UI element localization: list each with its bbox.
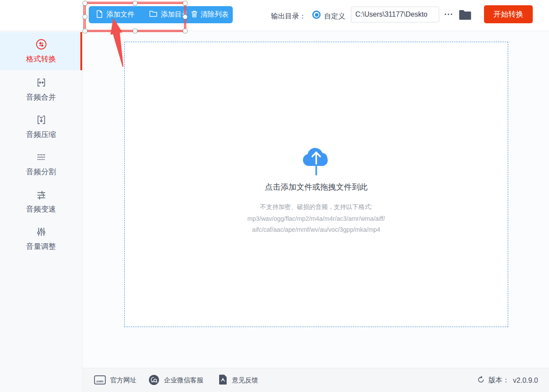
official-website-link[interactable]: .com 官方网址 xyxy=(94,368,137,392)
wechat-support-link[interactable]: 企业微信客服 xyxy=(148,368,203,392)
volume-adjust-icon xyxy=(36,226,47,237)
custom-radio[interactable] xyxy=(312,11,321,19)
output-dir-label: 输出目录： xyxy=(271,12,306,21)
feedback-link[interactable]: 意见反馈 xyxy=(218,368,258,392)
folder-outline-icon xyxy=(149,11,157,19)
sidebar-item-label: 音频变速 xyxy=(26,204,56,214)
wechat-service-icon xyxy=(148,374,159,387)
sidebar-item-label: 格式转换 xyxy=(26,54,56,64)
dropzone-formats-line1: mp3/wav/ogg/flac/mp2/m4a/m4r/ac3/amr/wma… xyxy=(247,215,385,222)
clear-list-button[interactable]: 清除列表 xyxy=(187,6,233,23)
main-panel: 点击添加文件或拖拽文件到此 不支持加密、破损的音频，支持以下格式: mp3/wa… xyxy=(83,31,549,368)
folder-filled-icon xyxy=(459,15,472,22)
version-info: 版本：v2.0.9.0 xyxy=(477,368,538,392)
feedback-icon xyxy=(218,374,228,387)
add-file-label: 添加文件 xyxy=(106,10,134,19)
website-icon: .com xyxy=(94,375,106,386)
sidebar: 格式转换 音频合并 音频压缩 xyxy=(0,31,83,392)
app-window: 添加文件 添加目录 清除列表 输出目录： 自定义 ··· 开始转换 xyxy=(0,0,549,392)
file-dropzone[interactable]: 点击添加文件或拖拽文件到此 不支持加密、破损的音频，支持以下格式: mp3/wa… xyxy=(124,42,508,327)
trash-icon xyxy=(191,11,198,19)
start-convert-button[interactable]: 开始转换 xyxy=(484,5,533,23)
sidebar-item-audio-split[interactable]: 音频分割 xyxy=(0,145,82,183)
active-indicator xyxy=(80,32,82,70)
cloud-upload-icon xyxy=(299,143,333,176)
wechat-support-label: 企业微信客服 xyxy=(164,376,203,385)
add-directory-label: 添加目录 xyxy=(161,10,189,19)
footer-bar: .com 官方网址 企业微信客服 xyxy=(83,368,549,392)
toolbar: 添加文件 添加目录 清除列表 输出目录： 自定义 ··· 开始转换 xyxy=(0,0,549,31)
sidebar-item-volume-adjust[interactable]: 音量调整 xyxy=(0,220,82,257)
update-icon xyxy=(477,376,485,385)
version-value: v2.0.9.0 xyxy=(513,377,538,385)
svg-text:.com: .com xyxy=(96,379,104,383)
sidebar-item-label: 音频分割 xyxy=(26,167,56,177)
output-path-input[interactable] xyxy=(351,7,439,22)
official-website-label: 官方网址 xyxy=(110,376,137,385)
sidebar-item-label: 音频压缩 xyxy=(26,129,56,140)
sidebar-item-audio-compress[interactable]: 音频压缩 xyxy=(0,108,82,145)
sidebar-item-audio-speed[interactable]: 音频变速 xyxy=(0,183,82,220)
open-folder-button[interactable] xyxy=(459,9,472,21)
clear-list-label: 清除列表 xyxy=(201,10,229,19)
custom-radio-label: 自定义 xyxy=(324,12,345,21)
add-file-button[interactable]: 添加文件 xyxy=(89,6,142,23)
audio-split-icon xyxy=(36,151,47,163)
sidebar-item-format-convert[interactable]: 格式转换 xyxy=(0,32,82,70)
dropzone-hint-text: 不支持加密、破损的音频，支持以下格式: xyxy=(260,203,372,211)
dropzone-formats-line2: aifc/caf/aac/ape/mmf/wv/au/voc/3gpp/mka/… xyxy=(252,226,380,233)
dropzone-main-text: 点击添加文件或拖拽文件到此 xyxy=(265,182,368,192)
version-label: 版本： xyxy=(488,376,509,385)
add-button-group: 添加文件 添加目录 xyxy=(89,6,196,23)
audio-speed-icon xyxy=(36,189,47,200)
browse-more-button[interactable]: ··· xyxy=(442,7,456,22)
file-icon xyxy=(96,10,103,20)
sidebar-item-label: 音量调整 xyxy=(26,241,56,252)
sidebar-item-label: 音频合并 xyxy=(26,92,56,102)
feedback-label: 意见反馈 xyxy=(232,376,258,385)
audio-compress-icon xyxy=(36,114,47,126)
audio-merge-icon xyxy=(36,77,47,88)
sidebar-item-audio-merge[interactable]: 音频合并 xyxy=(0,71,82,108)
format-convert-icon xyxy=(36,39,47,50)
